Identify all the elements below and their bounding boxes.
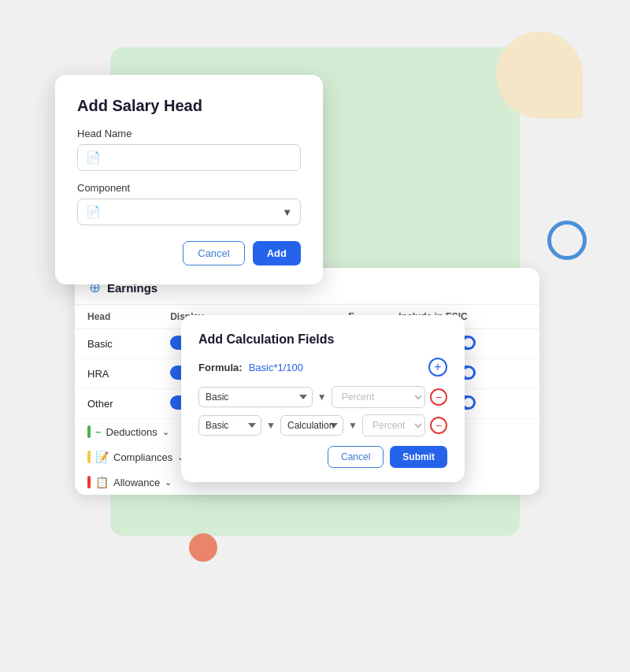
allowance-bar bbox=[87, 476, 91, 488]
grid-icon: 📄 bbox=[86, 205, 101, 219]
calc-modal: Add Calculation Fields Formula: Basic*1/… bbox=[181, 315, 465, 482]
chevron-row1: ▼ bbox=[317, 392, 327, 403]
row-head-hra: HRA bbox=[75, 359, 158, 389]
formula-label: Formula: bbox=[198, 362, 243, 373]
salary-modal: Add Salary Head Head Name 📄 Component 📄 … bbox=[55, 75, 323, 284]
calc-row-2: Basic ▼ Calculation ▼ Percent − bbox=[198, 414, 447, 436]
deductions-bar bbox=[87, 425, 91, 438]
chevron-down-icon: ▼ bbox=[282, 206, 292, 218]
salary-modal-actions: Cancel Add bbox=[77, 241, 301, 265]
compliances-icon: 📝 bbox=[95, 451, 109, 463]
remove-row2-button[interactable]: − bbox=[430, 417, 447, 434]
calc-row1-field1[interactable]: Basic bbox=[198, 387, 313, 407]
add-field-button[interactable]: + bbox=[428, 358, 447, 377]
salary-modal-title: Add Salary Head bbox=[77, 97, 301, 115]
calc-modal-title: Add Calculation Fields bbox=[198, 332, 447, 347]
row-head-basic: Basic bbox=[75, 329, 158, 359]
allowance-label: Allowance bbox=[113, 477, 160, 488]
deductions-icon: − bbox=[95, 426, 102, 438]
chevron-row2b: ▼ bbox=[348, 420, 358, 431]
salary-add-button[interactable]: Add bbox=[253, 241, 301, 265]
component-label: Component bbox=[77, 182, 301, 194]
salary-cancel-button[interactable]: Cancel bbox=[183, 241, 244, 265]
formula-row: Formula: Basic*1/100 + bbox=[198, 358, 447, 377]
chevron-row2a: ▼ bbox=[266, 420, 276, 431]
compliances-label: Compliances bbox=[113, 451, 172, 463]
col-head: Head bbox=[75, 305, 158, 329]
allowance-chevron: ⌄ bbox=[165, 477, 172, 488]
calc-row1-field2[interactable]: Percent bbox=[332, 386, 425, 408]
head-name-input[interactable] bbox=[107, 152, 292, 164]
row-head-other: Other bbox=[75, 389, 158, 419]
bg-yellow-shape bbox=[496, 32, 583, 118]
calc-row2-field3[interactable]: Percent bbox=[362, 414, 425, 436]
remove-row1-button[interactable]: − bbox=[430, 388, 447, 406]
deductions-chevron: ⌄ bbox=[162, 427, 169, 437]
calc-submit-button[interactable]: Submit bbox=[390, 446, 447, 468]
calc-cancel-button[interactable]: Cancel bbox=[328, 446, 384, 468]
doc-icon: 📄 bbox=[86, 150, 101, 165]
bg-orange-dot bbox=[189, 533, 217, 562]
calc-modal-actions: Cancel Submit bbox=[198, 446, 447, 468]
calc-row-1: Basic ▼ Percent − bbox=[198, 386, 447, 408]
allowance-icon: 📋 bbox=[95, 476, 109, 488]
bg-blue-circle bbox=[547, 221, 587, 260]
calc-row2-field1[interactable]: Basic bbox=[198, 415, 261, 436]
head-name-label: Head Name bbox=[77, 128, 301, 139]
component-select[interactable]: 📄 ▼ bbox=[77, 199, 301, 225]
deductions-label: Deductions bbox=[106, 426, 158, 438]
calc-row2-field2[interactable]: Calculation bbox=[280, 415, 343, 436]
head-name-input-wrapper: 📄 bbox=[77, 144, 301, 171]
compliances-bar bbox=[87, 451, 91, 463]
formula-value: Basic*1/100 bbox=[249, 362, 422, 373]
